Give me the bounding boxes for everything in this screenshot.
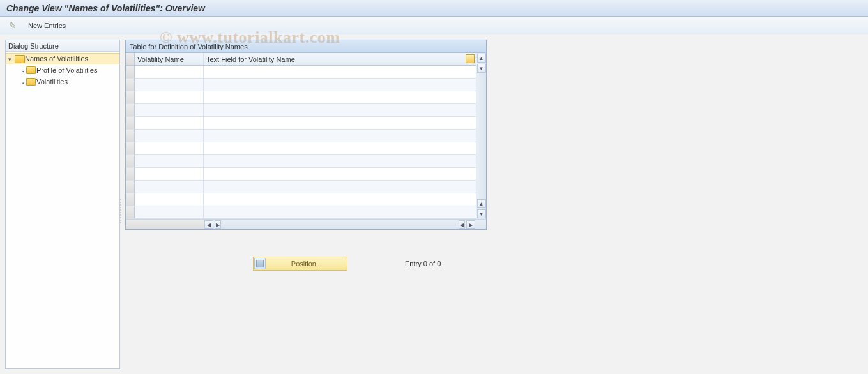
- table-row: [126, 130, 476, 142]
- cell-text-field[interactable]: [206, 181, 476, 193]
- scroll-up-icon[interactable]: [477, 54, 486, 63]
- column-header-text-field[interactable]: Text Field for Volatility Name: [204, 53, 476, 65]
- vertical-scrollbar[interactable]: [476, 53, 486, 219]
- row-selector[interactable]: [126, 104, 135, 116]
- table-header-row: Volatility Name Text Field for Volatilit…: [126, 53, 476, 66]
- cell-text-field[interactable]: [206, 79, 476, 91]
- row-selector[interactable]: [126, 206, 135, 218]
- volatility-names-table: Table for Definition of Volatility Names…: [125, 40, 487, 230]
- cell-text-field[interactable]: [206, 117, 476, 129]
- cell-volatility-name[interactable]: [137, 194, 203, 206]
- cell-volatility-name[interactable]: [137, 92, 203, 103]
- tree-label: Volatilities: [36, 78, 68, 86]
- tree-header: Dialog Structure: [6, 40, 119, 52]
- position-button[interactable]: Position...: [253, 257, 347, 271]
- cell-text-field[interactable]: [206, 92, 476, 103]
- folder-open-icon: [15, 54, 24, 63]
- row-selector[interactable]: [126, 66, 135, 78]
- cell-volatility-name[interactable]: [137, 130, 203, 142]
- cell-volatility-name[interactable]: [137, 156, 203, 167]
- cell-volatility-name[interactable]: [137, 79, 203, 91]
- tree-item-profile-of-volatilities[interactable]: Profile of Volatilities: [6, 64, 119, 76]
- bullet-icon: [20, 66, 26, 74]
- table-row: [126, 168, 476, 181]
- folder-closed-icon: [26, 66, 35, 75]
- tree-item-names-of-volatilities[interactable]: Names of Volatilities: [6, 53, 119, 64]
- row-selector[interactable]: [126, 168, 135, 180]
- row-selector[interactable]: [126, 155, 135, 167]
- cell-volatility-name[interactable]: [137, 105, 203, 116]
- cell-volatility-name[interactable]: [137, 207, 203, 218]
- cell-volatility-name[interactable]: [137, 143, 203, 154]
- table-title: Table for Definition of Volatility Names: [126, 40, 486, 53]
- tree-label: Profile of Volatilities: [36, 66, 97, 74]
- cell-text-field[interactable]: [206, 156, 476, 167]
- scroll-right-icon[interactable]: [466, 220, 475, 229]
- window-title-bar: Change View "Names of Volatilities": Ove…: [0, 0, 868, 17]
- row-selector[interactable]: [126, 91, 135, 103]
- scroll-up-icon[interactable]: [477, 199, 486, 208]
- row-selector[interactable]: [126, 117, 135, 129]
- new-entries-button[interactable]: New Entries: [22, 19, 68, 33]
- row-selector[interactable]: [126, 193, 135, 206]
- table-row: [126, 181, 476, 193]
- select-all-corner[interactable]: [126, 53, 135, 65]
- position-label: Position...: [266, 260, 347, 267]
- tree-item-volatilities[interactable]: Volatilities: [6, 76, 119, 87]
- entry-count-label: Entry 0 of 0: [405, 260, 441, 267]
- column-header-label: Text Field for Volatility Name: [206, 56, 295, 63]
- toggle-edit-button[interactable]: [6, 19, 22, 33]
- cell-text-field[interactable]: [206, 105, 476, 116]
- row-selector[interactable]: [126, 181, 135, 193]
- cell-text-field[interactable]: [206, 194, 476, 206]
- cell-volatility-name[interactable]: [137, 168, 203, 180]
- expand-icon[interactable]: [8, 55, 15, 63]
- row-selector[interactable]: [126, 130, 135, 142]
- position-icon: [254, 258, 266, 269]
- cell-volatility-name[interactable]: [137, 181, 203, 193]
- table-row: [126, 79, 476, 91]
- table-row: [126, 142, 476, 155]
- scroll-down-icon[interactable]: [477, 64, 486, 73]
- table-row: [126, 117, 476, 130]
- cell-text-field[interactable]: [206, 143, 476, 154]
- table-row: [126, 66, 476, 79]
- column-header-volatility-name[interactable]: Volatility Name: [135, 53, 204, 65]
- cell-text-field[interactable]: [206, 130, 476, 142]
- table-row: [126, 193, 476, 206]
- row-selector[interactable]: [126, 79, 135, 91]
- folder-closed-icon: [26, 77, 35, 86]
- dialog-structure-panel: Dialog Structure Names of Volatilities P…: [5, 40, 120, 369]
- bullet-icon: [20, 78, 26, 86]
- tree-label: Names of Volatilities: [25, 55, 88, 63]
- scroll-right-icon[interactable]: [215, 220, 221, 229]
- row-selector[interactable]: [126, 142, 135, 154]
- cell-text-field[interactable]: [206, 66, 476, 78]
- scroll-left-icon[interactable]: [204, 220, 213, 229]
- table-row: [126, 104, 476, 117]
- window-title: Change View "Names of Volatilities": Ove…: [6, 3, 205, 13]
- scroll-down-icon[interactable]: [477, 209, 486, 218]
- new-entries-label: New Entries: [28, 22, 66, 29]
- scroll-left-icon[interactable]: [459, 220, 465, 229]
- application-toolbar: New Entries: [0, 17, 868, 34]
- cell-volatility-name[interactable]: [137, 117, 203, 129]
- table-row: [126, 155, 476, 168]
- horizontal-scrollbar[interactable]: [126, 219, 486, 229]
- table-row: [126, 91, 476, 104]
- table-row: [126, 206, 476, 219]
- cell-text-field[interactable]: [206, 207, 476, 218]
- table-settings-icon[interactable]: [466, 54, 475, 63]
- cell-text-field[interactable]: [206, 168, 476, 180]
- cell-volatility-name[interactable]: [137, 66, 203, 78]
- pencil-icon: [9, 20, 19, 31]
